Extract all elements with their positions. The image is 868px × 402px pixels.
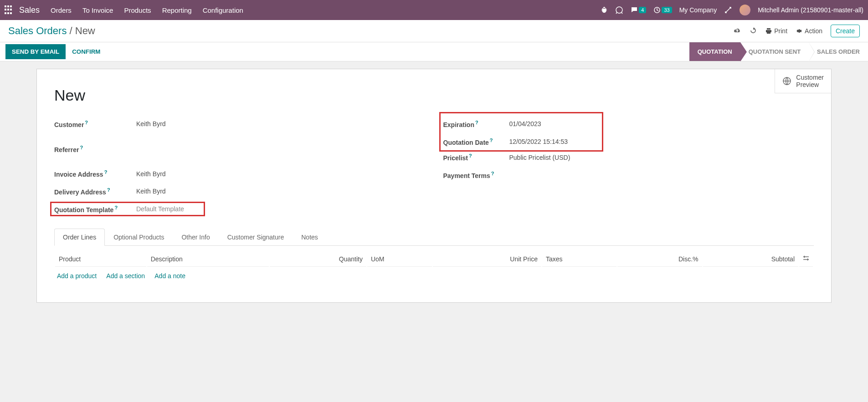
quotation-date-label: Quotation Date? bbox=[443, 137, 509, 146]
avatar[interactable] bbox=[740, 5, 750, 15]
step-quotation[interactable]: QUOTATION bbox=[689, 42, 740, 61]
customer-label: Customer? bbox=[54, 120, 136, 128]
nav-products[interactable]: Products bbox=[124, 6, 151, 14]
step-quotation-sent[interactable]: QUOTATION SENT bbox=[740, 42, 809, 61]
page-title: New bbox=[54, 87, 814, 104]
tools-icon[interactable] bbox=[724, 6, 732, 14]
customer-field[interactable]: Keith Byrd bbox=[136, 120, 166, 127]
activity-icon[interactable]: 33 bbox=[653, 6, 672, 14]
preview-l2: Preview bbox=[796, 81, 824, 88]
breadcrumb-root[interactable]: Sales Orders bbox=[8, 25, 67, 36]
breadcrumb-sep: / bbox=[70, 25, 75, 36]
discard-icon[interactable] bbox=[750, 27, 757, 36]
help-icon[interactable]: ? bbox=[107, 187, 110, 193]
nav-orders[interactable]: Orders bbox=[51, 6, 72, 14]
svg-point-1 bbox=[616, 7, 622, 13]
quotation-template-label: Quotation Template? bbox=[54, 205, 136, 214]
discuss-icon[interactable]: 4 bbox=[631, 6, 646, 14]
col-disc: Disc.% bbox=[617, 251, 702, 267]
pricelist-label: Pricelist? bbox=[443, 153, 509, 162]
tab-other-info[interactable]: Other Info bbox=[173, 229, 218, 245]
payment-terms-label: Payment Terms? bbox=[443, 171, 509, 179]
invoice-address-field[interactable]: Keith Byrd bbox=[136, 170, 166, 178]
globe-icon bbox=[782, 76, 791, 86]
nav-to-invoice[interactable]: To Invoice bbox=[82, 6, 113, 14]
adjust-columns-icon[interactable] bbox=[803, 255, 809, 261]
col-product: Product bbox=[55, 251, 146, 267]
add-note-link[interactable]: Add a note bbox=[154, 272, 185, 280]
delivery-address-label: Delivery Address? bbox=[54, 187, 136, 196]
help-icon[interactable]: ? bbox=[491, 171, 494, 176]
col-description: Description bbox=[147, 251, 269, 267]
delivery-address-field[interactable]: Keith Byrd bbox=[136, 188, 166, 195]
confirm-button[interactable]: CONFIRM bbox=[66, 42, 107, 61]
pricelist-field[interactable]: Public Pricelist (USD) bbox=[509, 154, 570, 161]
nav-configuration[interactable]: Configuration bbox=[203, 6, 243, 14]
help-icon[interactable]: ? bbox=[85, 120, 88, 125]
tab-customer-signature[interactable]: Customer Signature bbox=[219, 229, 293, 245]
expiration-label: Expiration? bbox=[443, 120, 509, 128]
quotation-template-field[interactable]: Default Template bbox=[136, 205, 184, 213]
create-button[interactable]: Create bbox=[831, 25, 860, 37]
tab-notes[interactable]: Notes bbox=[293, 229, 327, 245]
cloud-upload-icon[interactable] bbox=[733, 26, 741, 36]
support-icon[interactable] bbox=[615, 6, 623, 14]
breadcrumb: Sales Orders / New bbox=[8, 25, 95, 37]
expiration-field[interactable]: 01/04/2023 bbox=[509, 120, 541, 127]
add-product-link[interactable]: Add a product bbox=[57, 272, 97, 280]
tab-order-lines[interactable]: Order Lines bbox=[54, 229, 105, 246]
add-section-link[interactable]: Add a section bbox=[106, 272, 145, 280]
quotation-date-field[interactable]: 12/05/2022 15:14:53 bbox=[509, 138, 568, 145]
bug-icon[interactable] bbox=[601, 6, 608, 14]
referrer-label: Referrer? bbox=[54, 145, 136, 153]
help-icon[interactable]: ? bbox=[114, 205, 118, 210]
help-icon[interactable]: ? bbox=[490, 137, 493, 143]
send-by-email-button[interactable]: SEND BY EMAIL bbox=[5, 44, 66, 59]
step-sales-order[interactable]: SALES ORDER bbox=[809, 42, 868, 61]
tab-optional-products[interactable]: Optional Products bbox=[105, 229, 173, 245]
invoice-address-label: Invoice Address? bbox=[54, 169, 136, 178]
help-icon[interactable]: ? bbox=[469, 153, 472, 158]
activity-badge: 33 bbox=[662, 7, 672, 13]
print-button[interactable]: Print bbox=[765, 27, 787, 35]
user-menu[interactable]: Mitchell Admin (21580901-master-all) bbox=[758, 6, 863, 14]
preview-l1: Customer bbox=[796, 74, 824, 81]
customer-preview-button[interactable]: CustomerPreview bbox=[775, 69, 831, 93]
nav-reporting[interactable]: Reporting bbox=[162, 6, 192, 14]
company-switcher[interactable]: My Company bbox=[679, 6, 717, 14]
col-unit-price: Unit Price bbox=[433, 251, 541, 267]
discuss-badge: 4 bbox=[639, 7, 646, 13]
col-quantity: Quantity bbox=[270, 251, 366, 267]
app-brand[interactable]: Sales bbox=[19, 5, 40, 15]
apps-menu-icon[interactable] bbox=[5, 5, 14, 15]
main-nav: Orders To Invoice Products Reporting Con… bbox=[51, 6, 601, 14]
breadcrumb-current: New bbox=[75, 25, 95, 36]
help-icon[interactable]: ? bbox=[80, 145, 83, 150]
col-subtotal: Subtotal bbox=[703, 251, 798, 267]
col-taxes: Taxes bbox=[542, 251, 616, 267]
help-icon[interactable]: ? bbox=[104, 169, 108, 175]
col-uom: UoM bbox=[367, 251, 432, 267]
action-button[interactable]: Action bbox=[796, 27, 822, 35]
help-icon[interactable]: ? bbox=[475, 120, 478, 125]
